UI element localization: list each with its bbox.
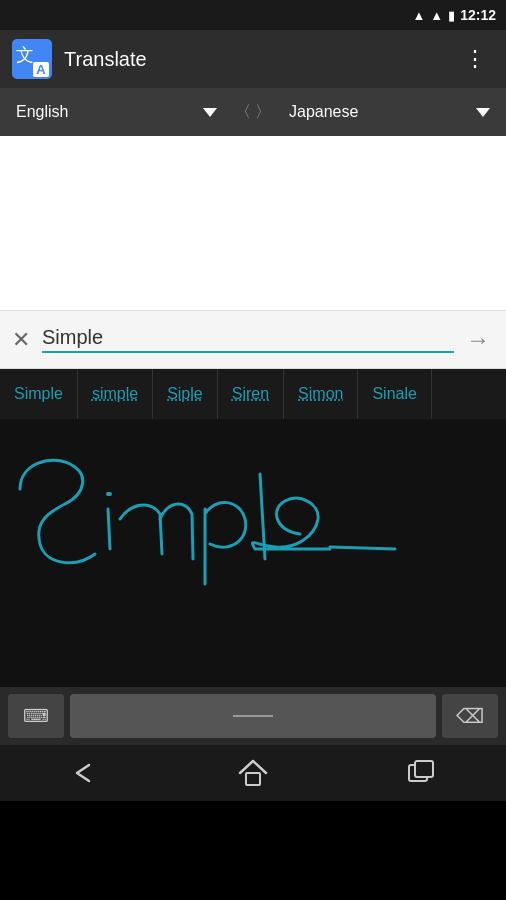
overflow-menu-button[interactable]: ⋮: [456, 38, 494, 80]
target-language-label: Japanese: [289, 103, 358, 121]
back-button[interactable]: [54, 753, 114, 793]
signal-icon: ▲: [430, 8, 443, 23]
suggestion-item[interactable]: Sinale: [358, 369, 431, 419]
suggestion-item[interactable]: simple: [78, 369, 153, 419]
svg-rect-0: [246, 773, 260, 785]
app-bar: 文 A Translate ⋮: [0, 30, 506, 88]
svg-rect-2: [415, 761, 433, 777]
backspace-button[interactable]: ⌫: [442, 694, 498, 738]
app-title: Translate: [64, 48, 456, 71]
translation-output-area: [0, 136, 506, 311]
source-language-selector[interactable]: English: [8, 103, 225, 121]
language-bar: English 〈 〉 Japanese: [0, 88, 506, 136]
swap-left-bracket: 〈: [235, 102, 251, 123]
suggestion-item[interactable]: Siple: [153, 369, 218, 419]
logo-char2: A: [33, 62, 49, 77]
status-bar: ▲ ▲ ▮ 12:12: [0, 0, 506, 30]
suggestion-item[interactable]: Siren: [218, 369, 284, 419]
spacebar-line: [233, 715, 273, 717]
swap-right-bracket: 〉: [255, 102, 271, 123]
app-logo: 文 A: [12, 39, 52, 79]
status-time: 12:12: [460, 7, 496, 23]
backspace-icon: ⌫: [456, 704, 484, 728]
source-lang-arrow-icon: [203, 108, 217, 117]
back-icon: [69, 761, 99, 785]
battery-icon: ▮: [448, 8, 455, 23]
home-button[interactable]: [223, 753, 283, 793]
keyboard-toggle-button[interactable]: ⌨: [8, 694, 64, 738]
status-icons: ▲ ▲ ▮ 12:12: [412, 7, 496, 23]
target-language-selector[interactable]: Japanese: [281, 103, 498, 121]
logo-char1: 文: [16, 43, 34, 67]
recent-apps-button[interactable]: [392, 753, 452, 793]
suggestions-row: Simple simple Siple Siren Simon Sinale: [0, 369, 506, 419]
handwriting-svg: [0, 419, 506, 687]
submit-button[interactable]: →: [462, 322, 494, 358]
source-language-label: English: [16, 103, 68, 121]
nav-bar: [0, 745, 506, 801]
clear-button[interactable]: ✕: [12, 323, 38, 357]
handwriting-canvas[interactable]: [0, 419, 506, 687]
home-icon: [238, 759, 268, 787]
input-row: ✕ Simple →: [0, 311, 506, 369]
wifi-icon: ▲: [412, 8, 425, 23]
suggestion-item[interactable]: Simple: [0, 369, 78, 419]
keyboard-icon: ⌨: [23, 705, 49, 727]
target-lang-arrow-icon: [476, 108, 490, 117]
spacebar-button[interactable]: [70, 694, 436, 738]
swap-languages-button[interactable]: 〈 〉: [225, 102, 281, 123]
handwriting-input[interactable]: Simple: [42, 326, 454, 353]
suggestion-item[interactable]: Simon: [284, 369, 358, 419]
keyboard-bar: ⌨ ⌫: [0, 687, 506, 745]
recent-apps-icon: [407, 759, 437, 787]
